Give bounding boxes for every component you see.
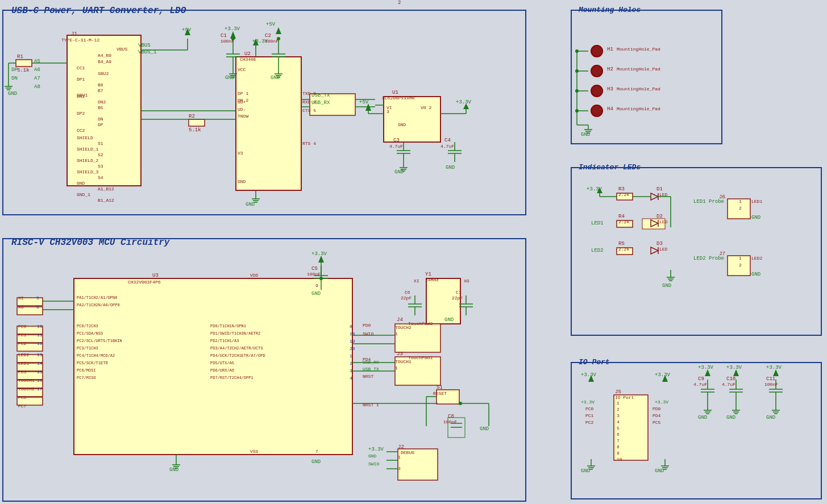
j1-sbu2: SBU2	[98, 71, 109, 76]
j1-b8: B8	[98, 82, 103, 88]
h3-ref: H3	[607, 86, 613, 92]
u2-ud-: UD-	[238, 107, 246, 112]
j1-vbus: VBUS	[117, 47, 127, 52]
u2-cts: CTS 5	[302, 108, 316, 113]
pc0-num: 10	[37, 324, 43, 329]
j1-shield2: SHIELD_2	[77, 158, 98, 163]
j1-s1: S1	[98, 141, 103, 146]
svg-point-201	[459, 402, 462, 405]
c1-val: 100nF	[221, 39, 234, 44]
j1-dp1: DP1	[77, 77, 85, 82]
touch1-lbl: TOUCH1	[18, 378, 35, 383]
j4-val: TouchPad2	[408, 321, 433, 326]
d3-val: LED	[659, 247, 667, 252]
gnd-c8: GND	[480, 426, 489, 432]
j1-shield1: SHIELD_1	[77, 147, 98, 152]
pc0-lbl: PC0	[18, 324, 26, 329]
u3-pc1i: PC1/SDA/NSS	[77, 331, 103, 336]
svg-marker-72	[651, 193, 658, 200]
u2-gnd: GND	[238, 179, 246, 184]
j4-1: 1	[395, 331, 398, 336]
svg-point-60	[575, 69, 579, 73]
j1-gnd: GND	[77, 181, 85, 186]
v5-c2: +5V	[266, 22, 275, 27]
y1-val: 24MHz	[425, 277, 439, 282]
u2-val: CH340E	[240, 57, 256, 62]
j1-s4: S4	[98, 175, 103, 180]
j1-shield3: SHIELD_3	[77, 169, 98, 174]
a8: A8	[34, 84, 40, 90]
pc5-lbl: PC5	[18, 369, 26, 374]
j1-b4a9: B4_A9	[98, 59, 111, 64]
mcu-title: RISC-V CH32V003 MCU Circuitry	[11, 238, 169, 248]
r2-ref: R2	[189, 114, 195, 119]
vbus-label: VBUS	[138, 43, 151, 48]
gnd-crystal: GND	[444, 317, 454, 323]
gnd-c1: GND	[225, 75, 234, 81]
j5-10: 10	[617, 457, 622, 462]
svg-point-56	[591, 105, 602, 116]
gnd-left: GND	[8, 91, 17, 97]
u1-vo: V0 2	[421, 105, 431, 110]
gnd-io1: GND	[581, 468, 590, 474]
r2-val: 5.1k	[189, 127, 201, 133]
j6-2: 2	[739, 206, 742, 211]
r4-ref: R4	[618, 214, 625, 219]
svg-point-62	[575, 89, 579, 93]
svg-marker-25	[276, 27, 281, 34]
c10-val: 4.7uF	[722, 382, 735, 387]
svg-rect-26	[16, 60, 32, 66]
svg-rect-2	[571, 10, 722, 144]
svg-point-64	[575, 109, 579, 113]
c5-ref: C5	[311, 266, 318, 272]
j5-v33-1: +3.3V	[581, 399, 595, 405]
u2-vcc-pin: VCC	[238, 67, 246, 72]
gnd-vss: GND	[311, 459, 321, 465]
j1-sbu1: SBU1	[77, 93, 88, 98]
v33-c1: +3.3V	[225, 26, 240, 32]
j5-ref: J5	[615, 389, 621, 395]
u3-pa2: PA2/T1CH2N/A0/OPP0	[77, 303, 120, 307]
c8-val: 100nF	[443, 419, 457, 424]
a5: A5	[34, 59, 40, 64]
j5-pc0: PC0	[585, 406, 593, 411]
r5-ref: R5	[618, 241, 625, 247]
svg-marker-79	[651, 247, 658, 254]
svg-rect-27	[189, 119, 205, 126]
j3-val: TouchPad1	[408, 355, 433, 360]
usb-uart-title: USB-C Power, UART Converter, LDO	[11, 6, 186, 16]
pc2-num: 12	[37, 341, 43, 346]
pc1-lbl: PC1	[18, 332, 26, 338]
svg-point-54	[591, 65, 602, 77]
j1-cc2: CC2	[77, 128, 85, 133]
led2-num: 13	[37, 352, 43, 357]
h3-val: MountingHole_Pad	[617, 86, 660, 91]
u2-ref: U2	[244, 51, 251, 57]
c9-ref: C9	[698, 376, 704, 382]
j1-b7: B7	[98, 88, 103, 93]
leds-title: Indicator LEDs	[579, 163, 641, 172]
j5-9: 9	[617, 451, 620, 456]
j2-2: 2	[398, 0, 401, 6]
xi-num: 5	[36, 295, 39, 301]
nrst-net: NRST	[363, 374, 373, 379]
u3-pd3: PD3/A4/T2CH2/AETR/UCTS	[210, 346, 263, 351]
led1-lbl: LED1	[18, 361, 29, 366]
gnd-c4: GND	[446, 165, 455, 170]
gnd-c5: GND	[311, 291, 321, 297]
j7-1: 1	[739, 256, 742, 261]
u3-pc6i: PC6/MOSI	[77, 368, 96, 373]
gnd-c2: GND	[271, 75, 280, 81]
d1-val: LED	[659, 192, 667, 197]
u3-pc0i: PC0/T2CH3	[77, 324, 98, 328]
pc6-lbl: PC6	[18, 395, 26, 400]
u2-tnow: TNOW	[238, 114, 248, 119]
pc2-lbl: PC2	[18, 341, 26, 346]
v33-io1: +3.3V	[581, 372, 596, 378]
j5-pc1: PC1	[585, 413, 593, 418]
u3-pd7: PD7/RST/T2CH4/OPP1	[210, 376, 253, 380]
j1-dp-right: DP	[98, 122, 103, 127]
j5-pd0: PD0	[653, 406, 660, 411]
j1-b5: B5	[98, 105, 103, 110]
u3-pd5: PD5/UTX/A5	[210, 361, 234, 365]
